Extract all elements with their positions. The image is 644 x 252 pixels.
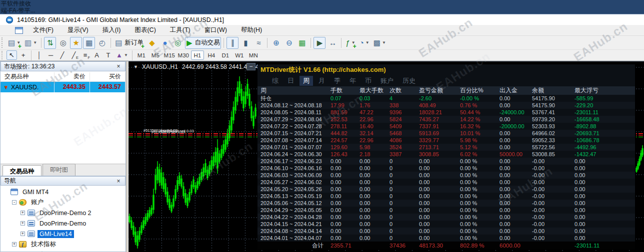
stats-tab-综[interactable]: 综 [268, 76, 282, 86]
stats-tab-历史[interactable]: 历史 [399, 76, 419, 86]
new-chart-button[interactable]: ▤+▼ [6, 37, 22, 49]
bar-chart-type-icon: ∥ [231, 38, 235, 47]
stats-tab-日[interactable]: 日 [284, 76, 298, 86]
menu-item[interactable]: 帮助(H) [234, 25, 269, 35]
line-chart-type-button[interactable]: ≈ [252, 37, 264, 49]
arrows-tool[interactable]: ▲▼ [114, 50, 130, 60]
column-symbol[interactable]: 交易品种 [0, 72, 54, 81]
chart-shift-toggle[interactable]: ↔ [326, 37, 338, 49]
stats-tab-周[interactable]: 周 [300, 76, 313, 86]
market-watch-row[interactable]: ▼XAUUSD.2443.352443.57 [0, 82, 126, 92]
close-icon[interactable]: × [115, 178, 122, 185]
chevron-down-icon[interactable]: ▼ [134, 64, 138, 69]
menu-item[interactable]: 窗口(W) [198, 25, 234, 35]
stats-tab-账户[interactable]: 账户 [377, 76, 397, 86]
stats-cell: 2024.06.03 ~ 2024.06.09 [260, 172, 330, 178]
dropdown-arrow-icon[interactable]: ▼ [366, 40, 370, 45]
column-bid[interactable]: 卖价 [54, 72, 90, 81]
stats-cell: 0.00 [500, 158, 532, 164]
vertical-line-tool[interactable]: │ [34, 50, 44, 60]
timeframe-h4[interactable]: H4 [205, 50, 218, 60]
mql-community-button[interactable]: ● [159, 37, 171, 49]
expand-icon[interactable]: + [12, 242, 16, 247]
market-watch-toggle[interactable]: ⇅ [44, 37, 56, 49]
templates-button[interactable]: ▩▼ [372, 37, 388, 49]
bar-chart-type-button[interactable]: ∥ [226, 37, 238, 49]
timeframe-m1[interactable]: M1 [135, 50, 148, 60]
tree-item-技术指标[interactable]: +f技术指标 [0, 239, 126, 250]
candlestick-type-button[interactable]: ▮ [240, 37, 252, 49]
toolbar-separator [224, 38, 224, 48]
dropdown-arrow-icon[interactable]: ▼ [382, 40, 386, 45]
stats-cell: 0.00 [360, 207, 390, 213]
sounds-button[interactable]: ◎ [172, 37, 184, 49]
horizontal-line-tool[interactable]: ─ [46, 50, 56, 60]
stats-tab-月[interactable]: 月 [315, 76, 328, 86]
metaeditor-button[interactable]: ◆ [146, 37, 158, 49]
market-watch-tab-即时图[interactable]: 即时图 [42, 164, 76, 176]
timeframe-w1[interactable]: W1 [233, 50, 246, 60]
column-ask[interactable]: 买价 [90, 72, 126, 81]
auto-scroll-toggle[interactable]: ▶ [314, 37, 326, 49]
cursor-tool[interactable]: ↖ [6, 50, 17, 60]
periods-button[interactable]: ◔▼ [358, 37, 371, 49]
timeframe-m30[interactable]: M30 [177, 50, 190, 60]
stats-tab-年[interactable]: 年 [346, 76, 360, 86]
menu-item[interactable]: 工具(T) [163, 25, 198, 35]
tree-item-gmi-live14[interactable]: +GMI-Live14 [0, 229, 126, 239]
tree-item-账户[interactable]: -账户 [0, 197, 126, 208]
tree-item-gmi-mt4[interactable]: GMI MT4 [0, 187, 126, 197]
timeframe-d1[interactable]: D1 [219, 50, 232, 60]
menu-item[interactable]: 图表(C) [128, 25, 162, 35]
dropdown-arrow-icon[interactable]: ▼ [124, 53, 128, 57]
autotrading-button[interactable]: ▶自动交易 [185, 37, 222, 49]
market-watch-titlebar[interactable]: 市场报价: 13:36:23 × [0, 61, 126, 71]
new-order-button[interactable]: ▤+新订单 [114, 37, 145, 49]
navigator-titlebar[interactable]: 导航 × [0, 176, 126, 186]
terminal-toggle[interactable]: ▦ [83, 37, 95, 49]
stats-cell: 0.00 [500, 102, 532, 108]
channel-tool[interactable]: ╱E [68, 50, 79, 60]
tree-item-dooprime-demo[interactable]: +DooPrime-Demo [0, 218, 126, 229]
navigator-tree: GMI MT4-账户+DooPrime-Demo 2+DooPrime-Demo… [0, 186, 126, 252]
indicators-button[interactable]: ƒ+▼ [344, 37, 356, 49]
data-window-button[interactable]: ◎ [57, 37, 69, 49]
toolbar-grip[interactable] [2, 37, 4, 48]
window-titlebar[interactable]: 14105169: GMI-Live14 - GMI Global Market… [0, 14, 644, 25]
stats-cell: -23011.11 [574, 109, 635, 115]
menu-item[interactable]: 显示(V) [60, 25, 96, 35]
tree-item-ea交易[interactable]: +EA交易 [0, 250, 126, 252]
tree-item-dooprime-demo-2[interactable]: +DooPrime-Demo 2 [0, 208, 126, 218]
zoom-out-button[interactable]: ⊖ [283, 37, 295, 49]
collapse-icon[interactable]: - [12, 200, 16, 205]
crosshair-tool[interactable]: + [18, 50, 28, 60]
text-label-tool[interactable]: T [103, 50, 114, 60]
fibonacci-tool[interactable]: ≡F [80, 50, 90, 60]
close-icon[interactable]: × [115, 63, 122, 70]
market-watch-tab-交易品种[interactable]: 交易品种 [2, 165, 42, 176]
timeframe-m5[interactable]: M5 [149, 50, 162, 60]
arrange-windows-button[interactable]: ▦ [296, 37, 308, 49]
navigator-toggle[interactable]: ★ [70, 37, 82, 49]
menu-item[interactable]: 插入(I) [96, 25, 128, 35]
expand-icon[interactable]: + [20, 211, 25, 215]
zoom-in-button[interactable]: ⊕ [270, 37, 282, 49]
timeframe-mn[interactable]: MN [247, 50, 260, 60]
chart-minimize-button[interactable]: − [246, 63, 256, 70]
stats-tab-季[interactable]: 季 [330, 76, 344, 86]
trendline-tool[interactable]: ╱ [57, 50, 68, 60]
timeframe-m15[interactable]: M15 [163, 50, 176, 60]
stats-tab-币[interactable]: 币 [362, 76, 375, 86]
stats-rows: 持仓0.070.034-2.60-0.00 %0.0054175.90-585.… [258, 95, 635, 242]
dropdown-arrow-icon[interactable]: ▼ [33, 40, 37, 45]
expand-icon[interactable]: + [20, 232, 25, 236]
menu-item[interactable]: 文件(F) [26, 25, 60, 35]
expand-icon[interactable]: + [20, 221, 25, 226]
profiles-button[interactable]: ▥▼ [23, 37, 38, 49]
text-tool[interactable]: A [92, 50, 102, 60]
timeframe-h1[interactable]: H1 [191, 50, 204, 60]
stats-cell: 5468 [390, 130, 419, 136]
strategy-tester-button[interactable]: ◴ [96, 37, 108, 49]
chart-window[interactable]: #51358618 sell 0.03#51358618 sell 0.03#5… [128, 61, 644, 252]
toolbar-grip[interactable] [2, 51, 4, 59]
